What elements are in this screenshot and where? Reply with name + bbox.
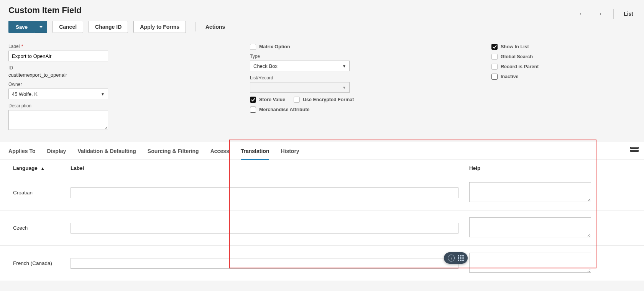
type-selected-value: Check Box bbox=[253, 63, 278, 69]
merchandise-attribute-checkbox[interactable] bbox=[250, 107, 256, 113]
tab-validation-defaulting[interactable]: Validation & Defaulting bbox=[77, 143, 136, 159]
nav-forward-button[interactable]: → bbox=[593, 8, 606, 19]
tabs-row: Applies To Display Validation & Defaulti… bbox=[0, 142, 644, 160]
global-search-checkbox[interactable] bbox=[491, 54, 498, 60]
matrix-option-label: Matrix Option bbox=[259, 44, 290, 49]
table-row: Czech bbox=[0, 210, 644, 246]
change-id-button[interactable]: Change ID bbox=[89, 21, 128, 33]
list-record-field-label: List/Record bbox=[250, 75, 491, 81]
use-encrypted-checkbox[interactable] bbox=[294, 97, 300, 103]
translation-table: Language▲ Label Help Croatian Czech bbox=[0, 160, 644, 281]
store-value-label: Store Value bbox=[259, 97, 285, 102]
save-button[interactable]: Save bbox=[8, 21, 35, 33]
table-row: French (Canada) bbox=[0, 246, 644, 281]
required-asterisk: * bbox=[21, 44, 23, 49]
nav-back-button[interactable]: ← bbox=[575, 8, 589, 19]
translation-label-input[interactable] bbox=[71, 258, 458, 269]
label-field-label: Label* bbox=[8, 44, 250, 49]
type-select[interactable]: Check Box ▼ bbox=[250, 61, 350, 71]
store-value-checkbox[interactable] bbox=[250, 97, 256, 103]
type-field-label: Type bbox=[250, 54, 491, 59]
label-input[interactable] bbox=[8, 51, 108, 61]
grid-icon bbox=[458, 255, 464, 261]
show-in-list-label: Show In List bbox=[501, 44, 529, 49]
id-value: custitemexport_to_openair bbox=[8, 72, 250, 78]
description-field-label: Description bbox=[8, 103, 250, 109]
info-icon: i bbox=[448, 255, 455, 261]
list-record-select[interactable]: ▼ bbox=[250, 82, 350, 93]
actions-menu[interactable]: Actions bbox=[203, 24, 227, 30]
translation-help-textarea[interactable] bbox=[469, 217, 591, 237]
help-widget[interactable]: i bbox=[444, 252, 468, 264]
inactive-label: Inactive bbox=[501, 74, 519, 79]
language-cell: French (Canada) bbox=[0, 246, 65, 281]
col-language-header[interactable]: Language▲ bbox=[0, 160, 65, 175]
caret-down-icon: ▼ bbox=[342, 64, 346, 68]
translation-help-textarea[interactable] bbox=[469, 182, 591, 202]
use-encrypted-label: Use Encrypted Format bbox=[303, 97, 354, 102]
table-row: Croatian bbox=[0, 175, 644, 210]
apply-to-forms-button[interactable]: Apply to Forms bbox=[133, 21, 186, 33]
show-in-list-checkbox[interactable] bbox=[491, 44, 498, 50]
record-is-parent-label: Record is Parent bbox=[501, 64, 539, 69]
owner-selected-value: 45 Wolfe, K bbox=[12, 91, 38, 97]
owner-select[interactable]: 45 Wolfe, K ▼ bbox=[8, 89, 108, 99]
separator bbox=[195, 22, 196, 31]
description-textarea[interactable] bbox=[8, 110, 108, 130]
owner-field-label: Owner bbox=[8, 82, 250, 87]
global-search-label: Global Search bbox=[501, 54, 533, 59]
record-is-parent-checkbox[interactable] bbox=[491, 64, 498, 70]
tab-access[interactable]: Access bbox=[210, 143, 229, 159]
caret-down-icon: ▼ bbox=[101, 92, 105, 96]
tab-history[interactable]: History bbox=[281, 143, 299, 159]
translation-label-input[interactable] bbox=[71, 187, 458, 198]
toolbar: Save Cancel Change ID Apply to Forms Act… bbox=[8, 21, 636, 38]
merchandise-attribute-label: Merchandise Attribute bbox=[259, 107, 310, 112]
layout-toggle-icon[interactable] bbox=[630, 147, 639, 155]
tab-translation[interactable]: Translation bbox=[241, 143, 269, 159]
list-link[interactable]: List bbox=[621, 9, 636, 18]
sort-asc-icon: ▲ bbox=[41, 166, 45, 171]
save-dropdown-button[interactable] bbox=[35, 21, 47, 33]
language-cell: Croatian bbox=[0, 175, 65, 210]
caret-down-icon: ▼ bbox=[342, 85, 346, 90]
inactive-checkbox[interactable] bbox=[491, 74, 498, 80]
translation-label-input[interactable] bbox=[71, 223, 458, 233]
matrix-option-checkbox[interactable] bbox=[250, 44, 256, 50]
tab-applies-to[interactable]: Applies To bbox=[8, 143, 36, 159]
caret-down-icon bbox=[39, 26, 43, 28]
language-cell: Czech bbox=[0, 210, 65, 246]
col-help-header[interactable]: Help bbox=[464, 160, 644, 175]
id-field-label: ID bbox=[8, 65, 250, 71]
tab-display[interactable]: Display bbox=[47, 143, 66, 159]
tab-sourcing-filtering[interactable]: Sourcing & Filtering bbox=[148, 143, 199, 159]
translation-help-textarea[interactable] bbox=[469, 253, 591, 273]
page-title: Custom Item Field bbox=[8, 5, 636, 15]
col-label-header[interactable]: Label bbox=[65, 160, 464, 175]
separator bbox=[613, 9, 614, 19]
cancel-button[interactable]: Cancel bbox=[53, 21, 83, 33]
